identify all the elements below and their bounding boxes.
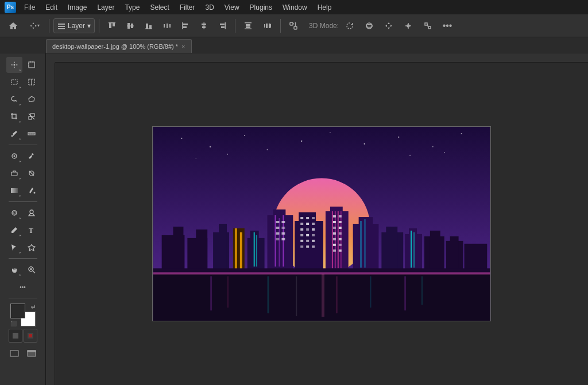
svg-rect-27 (245, 28, 252, 29)
spot-heal-tool[interactable]: ▸ (6, 148, 22, 164)
svg-rect-0 (58, 24, 65, 25)
ruler-tool[interactable] (24, 126, 40, 142)
3d-orbit[interactable] (361, 18, 378, 34)
gradient-tool[interactable]: ▸ (6, 182, 22, 199)
document-tab[interactable]: desktop-wallpaper-1.jpg @ 100% (RGB/8#) … (46, 39, 192, 53)
clone-stamp-tool[interactable] (24, 148, 40, 164)
svg-rect-2 (58, 28, 65, 29)
slice-tool[interactable] (24, 108, 40, 125)
svg-rect-81 (29, 334, 32, 337)
gradient-tool-group: ▸ (6, 182, 40, 199)
svg-rect-143 (300, 240, 303, 242)
bg-eraser-tool[interactable] (24, 165, 40, 181)
menu-view[interactable]: View (220, 2, 244, 13)
menu-select[interactable]: Select (145, 2, 173, 13)
svg-rect-18 (204, 22, 205, 29)
foreground-color-swatch[interactable] (10, 304, 25, 318)
align-vcenter[interactable] (122, 18, 139, 34)
3d-rotate[interactable] (341, 18, 358, 34)
sep4 (280, 19, 281, 33)
menu-plugins[interactable]: Plugins (245, 2, 277, 13)
svg-rect-48 (11, 80, 17, 84)
menu-help[interactable]: Help (313, 2, 336, 13)
color-swatches[interactable]: ⇄ ⬛ (10, 304, 36, 326)
menu-type[interactable]: Type (120, 2, 144, 13)
auto-align[interactable] (285, 18, 302, 34)
svg-rect-82 (10, 351, 18, 356)
svg-rect-196 (153, 274, 490, 274)
svg-rect-23 (221, 26, 225, 28)
svg-rect-24 (245, 22, 252, 24)
rect-marquee-tool[interactable]: ▸ (6, 74, 22, 90)
quick-mask-on[interactable] (24, 329, 37, 343)
path-select-group: ▸ (6, 239, 40, 255)
eraser-tool[interactable]: ▸ (6, 165, 22, 181)
screen-mode-btn[interactable] (6, 347, 22, 360)
3d-scale[interactable] (419, 18, 436, 34)
3d-slide[interactable] (400, 18, 417, 34)
screen-mode-group (6, 345, 40, 360)
svg-rect-126 (281, 232, 285, 235)
crop-tool[interactable]: ▸ (6, 108, 22, 125)
svg-rect-147 (306, 246, 309, 248)
align-right[interactable] (214, 18, 231, 34)
lasso-tool[interactable]: ▸ (6, 91, 22, 107)
svg-rect-22 (220, 24, 225, 25)
menu-3d[interactable]: 3D (200, 2, 218, 13)
screen-mode-2-btn[interactable] (24, 347, 40, 360)
custom-shape-tool[interactable] (24, 239, 40, 255)
poly-lasso-tool[interactable] (24, 91, 40, 107)
hand-tool[interactable]: ▸ (6, 262, 22, 278)
align-left[interactable] (177, 18, 194, 34)
svg-rect-68 (11, 188, 18, 193)
canvas-image[interactable] (152, 126, 491, 321)
svg-rect-124 (281, 227, 285, 229)
default-colors-icon[interactable]: ⬛ (10, 321, 17, 326)
svg-point-99 (444, 152, 445, 153)
menu-layer[interactable]: Layer (92, 2, 119, 13)
svg-rect-20 (202, 26, 206, 28)
path-select-tool[interactable]: ▸ (6, 239, 22, 255)
move-tool-option[interactable]: ▾ (24, 18, 45, 34)
svg-rect-133 (312, 217, 315, 219)
move-tool[interactable]: ▸ (6, 57, 22, 73)
menu-filter[interactable]: Filter (175, 2, 200, 13)
home-button[interactable] (5, 18, 22, 34)
svg-rect-151 (332, 211, 333, 268)
tab-close[interactable]: × (181, 43, 185, 50)
svg-rect-17 (183, 26, 187, 28)
svg-rect-155 (333, 215, 336, 217)
quick-mask-off[interactable] (9, 329, 22, 343)
more-tools-btn[interactable]: ••• (15, 279, 31, 295)
type-tool[interactable]: T (24, 222, 40, 238)
pen-tool[interactable]: ▸ (6, 222, 22, 238)
layer-dropdown[interactable]: Layer ▾ (53, 18, 95, 33)
blur-tool[interactable]: ▸ (6, 205, 22, 221)
single-col-marquee-tool[interactable] (24, 74, 40, 90)
paint-bucket-tool[interactable] (24, 182, 40, 199)
zoom-tool[interactable] (24, 262, 40, 278)
svg-rect-171 (361, 221, 362, 268)
swap-colors-icon[interactable]: ⇄ (31, 304, 36, 309)
svg-rect-121 (276, 221, 279, 223)
align-top[interactable] (103, 18, 121, 34)
artboard-tool[interactable] (24, 57, 40, 73)
svg-rect-13 (167, 24, 168, 28)
svg-rect-191 (336, 276, 338, 313)
menu-window[interactable]: Window (278, 2, 312, 13)
svg-rect-137 (300, 228, 303, 231)
3d-pan[interactable] (380, 18, 397, 34)
distribute-horiz[interactable] (259, 18, 276, 34)
svg-rect-164 (339, 238, 342, 240)
eyedropper-tool[interactable]: ▸ (6, 126, 22, 142)
more-options[interactable]: ••• (439, 18, 456, 34)
dodge-tool[interactable] (24, 205, 40, 221)
menu-edit[interactable]: Edit (41, 2, 62, 13)
menu-image[interactable]: Image (63, 2, 91, 13)
distribute-vert[interactable] (239, 18, 257, 34)
distribute-h[interactable] (158, 18, 176, 34)
align-bottom[interactable] (140, 18, 157, 34)
align-hcenter[interactable] (195, 18, 212, 34)
menu-file[interactable]: File (20, 2, 40, 13)
canvas-area (46, 53, 588, 385)
